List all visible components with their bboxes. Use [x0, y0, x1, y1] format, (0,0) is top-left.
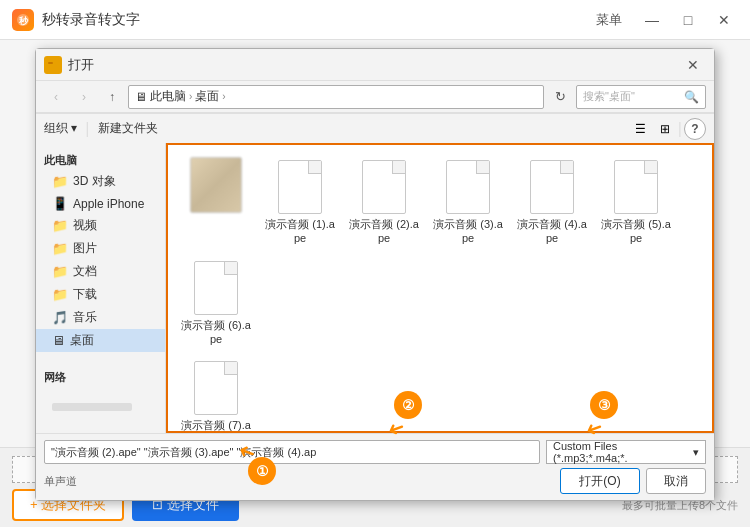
- file-icon-demo-3: [442, 157, 494, 217]
- phone-icon: 📱: [52, 196, 68, 211]
- sidebar-section-network: 网络: [36, 364, 165, 387]
- sidebar-item-music[interactable]: 🎵 音乐: [36, 306, 165, 329]
- file-shape: [362, 160, 406, 214]
- file-name-demo-2: 演示音频 (2).ape: [348, 217, 420, 246]
- file-row-2: 演示音频 (7).ape: [176, 354, 704, 433]
- file-icon-demo-5: [610, 157, 662, 217]
- nav-back-button[interactable]: ‹: [44, 85, 68, 109]
- sidebar-label-videos: 视频: [73, 217, 97, 234]
- dialog-overlay: 打开 ✕ ‹ › ↑ 🖥 此电脑 › 桌面 › ↻: [0, 40, 750, 527]
- sidebar-item-videos[interactable]: 📁 视频: [36, 214, 165, 237]
- file-item-demo-2[interactable]: 演示音频 (2).ape: [344, 153, 424, 250]
- file-name-demo-6: 演示音频 (6).ape: [180, 318, 252, 347]
- file-item-blurred[interactable]: [176, 153, 256, 250]
- sidebar-label-3d: 3D 对象: [73, 173, 116, 190]
- dialog-cancel-button[interactable]: 取消: [646, 468, 706, 494]
- video-icon: 📁: [52, 218, 68, 233]
- blurred-file-icon: [190, 157, 242, 213]
- file-type-value: Custom Files (*.mp3;*.m4a;*.: [553, 440, 693, 464]
- breadcrumb-root: 此电脑: [150, 88, 186, 105]
- file-item-demo-7[interactable]: 演示音频 (7).ape: [176, 354, 256, 433]
- circle-3: ③: [590, 391, 618, 419]
- search-placeholder: 搜索"桌面": [583, 89, 635, 104]
- dialog-main: 此电脑 📁 3D 对象 📱 Apple iPhone 📁 视频: [36, 143, 714, 433]
- file-name-demo-7: 演示音频 (7).ape: [180, 418, 252, 433]
- app-content: 将视频文件拖曳至此区域，或点击添加 + 选择文件夹 ⊡ 选择文件 最多可批量上传…: [0, 40, 750, 527]
- help-button[interactable]: ?: [684, 118, 706, 140]
- file-icon-demo-7: [190, 358, 242, 418]
- file-dialog: 打开 ✕ ‹ › ↑ 🖥 此电脑 › 桌面 › ↻: [35, 48, 715, 501]
- arrow-icon-2: ➜: [384, 415, 408, 443]
- window-controls: — □ ✕: [638, 6, 738, 34]
- file-item-demo-4[interactable]: 演示音频 (4).ape: [512, 153, 592, 250]
- mono-label: 单声道: [44, 468, 554, 494]
- dropdown-arrow-icon: ▾: [693, 446, 699, 459]
- new-folder-button[interactable]: 新建文件夹: [98, 120, 158, 137]
- file-area[interactable]: 演示音频 (1).ape 演示音频 (2).ape: [166, 143, 714, 433]
- file-item-demo-1[interactable]: 演示音频 (1).ape: [260, 153, 340, 250]
- file-shape: [278, 160, 322, 214]
- file-item-demo-5[interactable]: 演示音频 (5).ape: [596, 153, 676, 250]
- dialog-bottom: "演示音频 (2).ape" "演示音频 (3).ape" "演示音频 (4).…: [36, 433, 714, 500]
- breadcrumb-sep: ›: [189, 91, 192, 102]
- dialog-toolbar: ‹ › ↑ 🖥 此电脑 › 桌面 › ↻ 搜索"桌面" 🔍: [36, 81, 714, 113]
- sidebar-item-apple-iphone[interactable]: 📱 Apple iPhone: [36, 193, 165, 214]
- folder-icon: 📁: [52, 174, 68, 189]
- maximize-btn[interactable]: □: [674, 6, 702, 34]
- network-placeholder: [52, 403, 132, 411]
- file-icon-demo-4: [526, 157, 578, 217]
- sidebar-label-downloads: 下载: [73, 286, 97, 303]
- dialog-title-icon: [44, 56, 62, 74]
- minimize-btn[interactable]: —: [638, 6, 666, 34]
- file-icon-demo-6: [190, 258, 242, 318]
- sidebar-label-pictures: 图片: [73, 240, 97, 257]
- close-btn[interactable]: ✕: [710, 6, 738, 34]
- nav-forward-button[interactable]: ›: [72, 85, 96, 109]
- pictures-icon: 📁: [52, 241, 68, 256]
- svg-text:秒: 秒: [18, 16, 29, 26]
- arrow-2: ➜: [388, 417, 405, 441]
- downloads-icon: 📁: [52, 287, 68, 302]
- arrow-icon-3: ➜: [582, 415, 606, 443]
- file-shape: [194, 361, 238, 415]
- breadcrumb: 🖥 此电脑 › 桌面 ›: [128, 85, 544, 109]
- app-window: 秒 秒转录音转文字 菜单 — □ ✕ 将视频文件拖曳至此区域，或点击添加 + 选…: [0, 0, 750, 527]
- dialog-open-button[interactable]: 打开(O): [560, 468, 640, 494]
- dialog-close-button[interactable]: ✕: [680, 54, 706, 76]
- svg-rect-3: [48, 62, 53, 64]
- menu-btn[interactable]: 菜单: [596, 11, 622, 29]
- dialog-sidebar: 此电脑 📁 3D 对象 📱 Apple iPhone 📁 视频: [36, 143, 166, 433]
- title-bar: 秒 秒转录音转文字 菜单 — □ ✕: [0, 0, 750, 40]
- annotation-3: ③: [590, 391, 618, 419]
- file-item-demo-6[interactable]: 演示音频 (6).ape: [176, 254, 256, 351]
- view-list-btn[interactable]: ☰: [630, 118, 652, 140]
- sidebar-item-desktop[interactable]: 🖥 桌面: [36, 329, 165, 352]
- dialog-action-row: 单声道 打开(O) 取消: [44, 468, 706, 494]
- file-name-value: "演示音频 (2).ape" "演示音频 (3).ape" "演示音频 (4).…: [51, 445, 316, 460]
- file-shape: [446, 160, 490, 214]
- app-title: 秒转录音转文字: [42, 11, 596, 29]
- file-name-input[interactable]: "演示音频 (2).ape" "演示音频 (3).ape" "演示音频 (4).…: [44, 440, 540, 464]
- view-grid-btn[interactable]: ⊞: [654, 118, 676, 140]
- file-item-demo-3[interactable]: 演示音频 (3).ape: [428, 153, 508, 250]
- nav-up-button[interactable]: ↑: [100, 85, 124, 109]
- search-box[interactable]: 搜索"桌面" 🔍: [576, 85, 706, 109]
- refresh-button[interactable]: ↻: [548, 85, 572, 109]
- file-name-demo-3: 演示音频 (3).ape: [432, 217, 504, 246]
- arrow-1: ➜: [238, 441, 255, 465]
- sidebar-label-documents: 文档: [73, 263, 97, 280]
- sidebar-label-music: 音乐: [73, 309, 97, 326]
- file-name-demo-4: 演示音频 (4).ape: [516, 217, 588, 246]
- file-shape: [614, 160, 658, 214]
- sidebar-item-documents[interactable]: 📁 文档: [36, 260, 165, 283]
- sidebar-item-downloads[interactable]: 📁 下载: [36, 283, 165, 306]
- dialog-title: 打开: [68, 56, 680, 74]
- dialog-title-bar: 打开 ✕: [36, 49, 714, 81]
- file-type-select[interactable]: Custom Files (*.mp3;*.m4a;*. ▾: [546, 440, 706, 464]
- app-icon: 秒: [12, 9, 34, 31]
- sidebar-item-pictures[interactable]: 📁 图片: [36, 237, 165, 260]
- sidebar-item-3d[interactable]: 📁 3D 对象: [36, 170, 165, 193]
- file-icon-demo-2: [358, 157, 410, 217]
- arrow-3: ➜: [586, 417, 603, 441]
- organize-button[interactable]: 组织 ▾: [44, 120, 77, 137]
